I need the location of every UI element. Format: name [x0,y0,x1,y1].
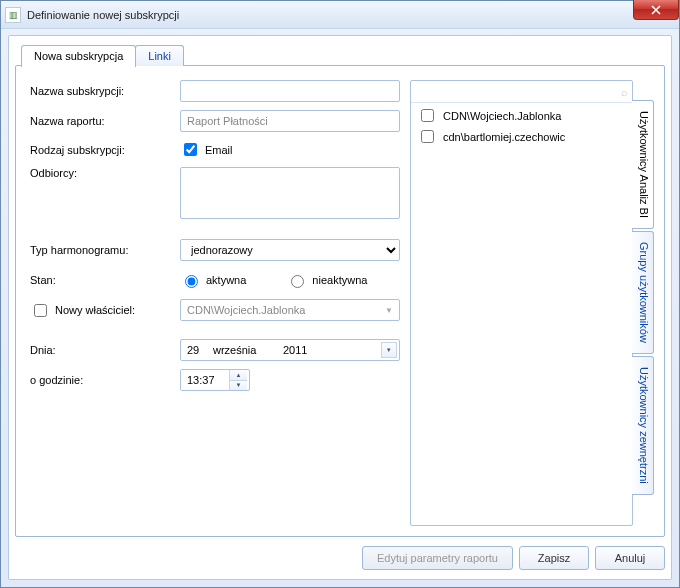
recipients-input[interactable] [180,167,400,219]
subscription-type-label: Rodzaj subskrypcji: [30,144,180,156]
footer: Edytuj parametry raportu Zapisz Anuluj [15,543,665,573]
form-column: Nazwa subskrypcji: Nazwa raportu: Raport… [30,80,400,526]
side-tab-user-groups[interactable]: Grupy użytkowników [632,231,654,354]
subscription-name-input[interactable] [180,80,400,102]
user-label: cdn\bartlomiej.czechowic [443,131,565,143]
app-icon: ▥ [5,7,21,23]
save-button[interactable]: Zapisz [519,546,589,570]
search-icon: ⌕ [621,86,628,98]
chevron-down-icon: ▼ [383,304,395,316]
email-checkbox[interactable] [184,143,197,156]
recipients-label: Odbiorcy: [30,167,180,179]
time-spin-up[interactable]: ▲ [230,370,247,381]
tab-new-subscription[interactable]: Nowa subskrypcja [21,45,136,67]
tab-links[interactable]: Linki [135,45,184,66]
schedule-type-select[interactable]: jednorazowy [180,239,400,261]
user-search-input[interactable] [415,85,621,99]
state-inactive-radio[interactable] [291,275,304,288]
tab-strip: Nowa subskrypcja Linki [15,42,665,66]
state-active-option[interactable]: aktywna [180,272,246,288]
user-panel: ⌕ CDN\Wojciech.Jablonka cdn\bartlomiej.c… [410,80,633,526]
user-list-item[interactable]: CDN\Wojciech.Jablonka [415,105,628,126]
window-title: Definiowanie nowej subskrypcji [27,9,179,21]
user-checkbox[interactable] [421,109,434,122]
time-spin-down[interactable]: ▼ [230,381,247,391]
schedule-type-label: Typ harmonogramu: [30,244,180,256]
edit-report-params-button: Edytuj parametry raportu [362,546,513,570]
email-checkbox-wrap[interactable]: Email [180,140,400,159]
state-label: Stan: [30,274,180,286]
report-name-readonly: Raport Płatności [180,110,400,132]
user-checkbox[interactable] [421,130,434,143]
state-inactive-option[interactable]: nieaktywna [286,272,367,288]
titlebar: ▥ Definiowanie nowej subskrypcji [1,1,679,29]
side-tab-users-bi[interactable]: Użytkownicy Analiz BI [632,100,654,229]
user-list: CDN\Wojciech.Jablonka cdn\bartlomiej.cze… [411,103,632,525]
window: ▥ Definiowanie nowej subskrypcji Nowa su… [0,0,680,588]
owner-dropdown-disabled: CDN\Wojciech.Jablonka ▼ [180,299,400,321]
side-tab-strip: Użytkownicy Analiz BI Grupy użytkowników… [632,80,654,526]
user-label: CDN\Wojciech.Jablonka [443,110,561,122]
side-tab-external-users[interactable]: Użytkownicy zewnętrzni [632,356,654,495]
time-picker[interactable]: ▲ ▼ [180,369,250,391]
time-label: o godzinie: [30,374,180,386]
subscription-name-label: Nazwa subskrypcji: [30,85,180,97]
calendar-button[interactable]: ▾ [381,342,397,358]
tab-page: Nazwa subskrypcji: Nazwa raportu: Raport… [15,65,665,537]
outer-panel: Nowa subskrypcja Linki Nazwa subskrypcji… [8,35,672,580]
date-label: Dnia: [30,344,180,356]
email-checkbox-label: Email [205,144,233,156]
date-picker[interactable]: 29 września 2011 ▾ [180,339,400,361]
cancel-button[interactable]: Anuluj [595,546,665,570]
new-owner-label: Nowy właściciel: [55,304,135,316]
close-icon [651,5,661,15]
right-column: ⌕ CDN\Wojciech.Jablonka cdn\bartlomiej.c… [410,80,654,526]
new-owner-checkbox[interactable] [34,304,47,317]
user-list-item[interactable]: cdn\bartlomiej.czechowic [415,126,628,147]
close-button[interactable] [633,0,679,20]
report-name-label: Nazwa raportu: [30,115,180,127]
time-input[interactable] [181,370,229,390]
state-active-radio[interactable] [185,275,198,288]
user-search-box: ⌕ [411,81,632,103]
